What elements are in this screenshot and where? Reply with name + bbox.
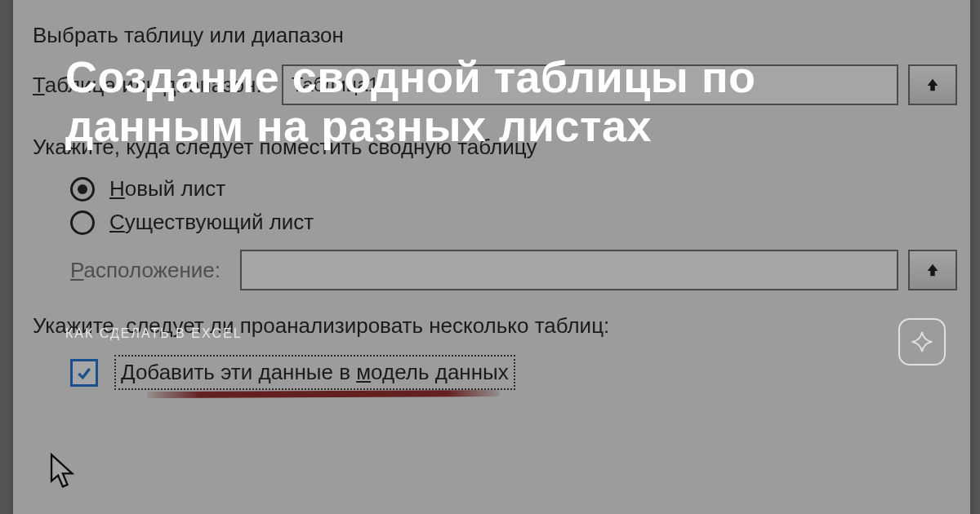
platform-badge [898, 318, 946, 366]
article-headline: Создание сводной таблицы по данным на ра… [65, 52, 931, 151]
article-source: КАК СДЕЛАТЬ В EXCEL [65, 326, 243, 341]
sparkle-icon [910, 330, 934, 354]
stage: Выбрать таблицу или диапазон Таблица или… [0, 0, 980, 514]
